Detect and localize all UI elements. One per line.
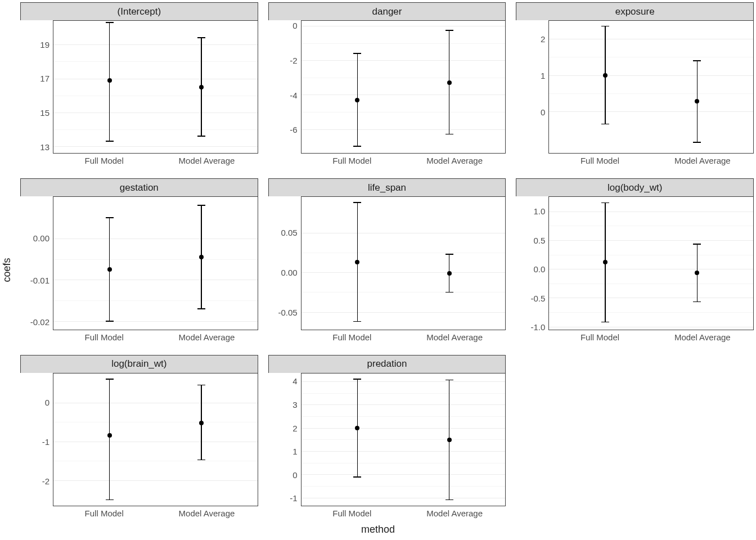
y-axis: -0.02-0.010.00 (20, 196, 53, 330)
facet-strip-label: log(brain_wt) (20, 355, 258, 373)
y-tick-label: 3 (292, 399, 297, 409)
x-tick-label: Full Model (548, 330, 651, 345)
plot-panel (548, 20, 754, 154)
error-cap (106, 321, 114, 322)
error-cap (353, 146, 361, 147)
x-axis-label: method (361, 524, 395, 536)
x-tick-label: Full Model (301, 154, 403, 168)
y-tick-label: 2 (541, 34, 545, 43)
facet-strip-label: danger (268, 2, 506, 20)
error-cap (197, 37, 205, 38)
y-tick-label: 0 (292, 470, 297, 479)
point-estimate (447, 80, 452, 85)
y-tick-label: 2 (292, 423, 297, 433)
y-tick-label: 15 (40, 108, 50, 118)
error-cap (353, 202, 361, 203)
error-cap (446, 254, 453, 255)
y-tick-label: -1 (290, 493, 297, 503)
y-tick-label: -6 (290, 125, 297, 134)
point-estimate (603, 260, 608, 264)
error-cap (693, 142, 701, 143)
x-tick-label: Full Model (548, 154, 651, 168)
facet-cell: danger-6-4-20Full ModelModel Average (268, 2, 506, 168)
point-estimate (447, 438, 452, 442)
x-tick-label: Model Average (651, 154, 754, 168)
error-cap (197, 385, 205, 386)
y-tick-label: 1.0 (533, 206, 545, 216)
facet-cell: life_span-0.050.000.05Full ModelModel Av… (268, 178, 506, 344)
y-tick-label: -1.0 (530, 322, 545, 332)
error-cap (197, 205, 205, 206)
error-bar (109, 379, 110, 500)
point-estimate (695, 271, 699, 275)
y-tick-label: -0.05 (278, 308, 297, 317)
error-cap (601, 26, 609, 27)
facet-strip-label: exposure (516, 2, 754, 20)
point-estimate (695, 99, 699, 104)
error-cap (446, 292, 453, 293)
x-axis: Full ModelModel Average (548, 154, 754, 168)
facet-cell: log(brain_wt)-2-10Full ModelModel Averag… (20, 355, 258, 521)
error-cap (353, 379, 361, 380)
y-tick-label: 0 (541, 107, 545, 116)
error-cap (353, 321, 361, 322)
plot-panel (548, 196, 754, 330)
error-cap (446, 134, 453, 135)
facet-cell: exposure012Full ModelModel Average (516, 2, 754, 168)
y-tick-label: 4 (292, 376, 297, 386)
point-estimate (355, 426, 359, 430)
y-tick-label: 1 (292, 447, 297, 456)
error-cap (197, 460, 205, 461)
x-axis: Full ModelModel Average (301, 506, 506, 521)
y-axis: -6-4-20 (268, 20, 301, 154)
error-cap (601, 202, 609, 204)
error-cap (106, 500, 114, 501)
x-tick-label: Model Average (155, 506, 258, 521)
y-axis: -101234 (268, 373, 301, 506)
x-axis: Full ModelModel Average (301, 330, 506, 345)
y-tick-label: -0.01 (30, 275, 50, 285)
facet-strip-label: log(body_wt) (516, 178, 754, 196)
point-estimate (603, 73, 608, 78)
plot-panel (53, 20, 258, 154)
facet-strip-label: gestation (20, 178, 258, 196)
y-tick-label: 0 (45, 398, 50, 407)
y-tick-label: 0.00 (281, 268, 297, 277)
point-estimate (355, 260, 359, 264)
x-tick-label: Full Model (301, 330, 403, 345)
y-tick-label: -0.02 (30, 317, 50, 326)
y-axis: 012 (516, 20, 548, 154)
error-cap (353, 53, 361, 54)
y-tick-label: 17 (40, 74, 50, 83)
error-cap (197, 136, 205, 137)
error-cap (106, 22, 114, 23)
plot-panel (53, 373, 258, 506)
plot-panel (301, 196, 506, 330)
y-tick-label: 1 (541, 70, 545, 80)
facet-cell: gestation-0.02-0.010.00Full ModelModel A… (20, 178, 258, 344)
x-axis: Full ModelModel Average (301, 154, 506, 168)
error-cap (446, 500, 453, 501)
error-cap (106, 379, 114, 380)
error-cap (601, 322, 609, 323)
error-cap (693, 302, 701, 303)
error-cap (601, 124, 609, 125)
x-tick-label: Full Model (301, 506, 403, 521)
y-axis-label: coefs (1, 258, 13, 282)
x-tick-label: Full Model (53, 330, 155, 345)
error-cap (106, 217, 114, 218)
point-estimate (355, 98, 359, 102)
error-cap (353, 476, 361, 478)
plot-panel (53, 196, 258, 330)
y-tick-label: 0.00 (33, 233, 50, 243)
y-tick-label: 0.0 (533, 264, 545, 274)
x-tick-label: Model Average (403, 154, 506, 168)
facet-strip-label: life_span (268, 178, 506, 196)
y-tick-label: 19 (40, 39, 50, 49)
point-estimate (199, 85, 204, 89)
x-tick-label: Full Model (53, 154, 155, 168)
y-tick-label: 0.5 (533, 235, 545, 245)
x-axis: Full ModelModel Average (548, 330, 754, 345)
y-tick-label: -1 (42, 436, 50, 446)
y-axis: -0.050.000.05 (268, 196, 301, 330)
